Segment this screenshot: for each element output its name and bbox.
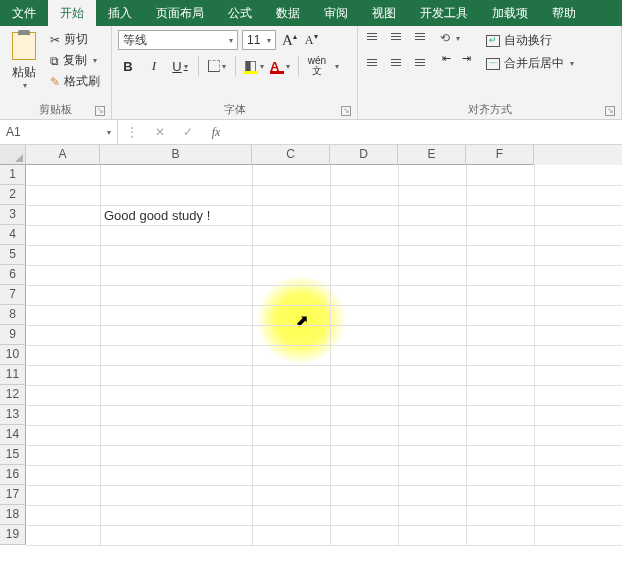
tab-review[interactable]: 审阅 bbox=[312, 0, 360, 26]
font-group-label: 字体 bbox=[224, 103, 246, 115]
col-header-C[interactable]: C bbox=[252, 145, 330, 165]
decrease-font-button[interactable]: A▾ bbox=[303, 32, 320, 48]
name-box[interactable]: A1▾ bbox=[0, 120, 118, 144]
font-color-button[interactable]: A▾ bbox=[270, 56, 290, 76]
fill-color-button[interactable]: ▾ bbox=[244, 56, 264, 76]
decrease-indent-button[interactable]: ⇤ bbox=[436, 48, 456, 68]
row-header-12[interactable]: 12 bbox=[0, 385, 26, 405]
clipboard-group-label: 剪贴板 bbox=[39, 103, 72, 115]
tab-data[interactable]: 数据 bbox=[264, 0, 312, 26]
font-size-select[interactable]: 11▾ bbox=[242, 30, 276, 50]
expand-button[interactable]: ⋮ bbox=[118, 125, 146, 139]
row-header-1[interactable]: 1 bbox=[0, 165, 26, 185]
row-header-10[interactable]: 10 bbox=[0, 345, 26, 365]
col-header-F[interactable]: F bbox=[466, 145, 534, 165]
row-header-8[interactable]: 8 bbox=[0, 305, 26, 325]
row-header-7[interactable]: 7 bbox=[0, 285, 26, 305]
row-header-13[interactable]: 13 bbox=[0, 405, 26, 425]
row-header-2[interactable]: 2 bbox=[0, 185, 26, 205]
copy-icon bbox=[50, 54, 59, 68]
cells-area[interactable]: Good good study ! ⬉ bbox=[26, 165, 622, 545]
align-top-right[interactable] bbox=[408, 30, 428, 50]
paste-button[interactable]: 粘贴 ▾ bbox=[6, 30, 42, 90]
worksheet: ABCDEF 12345678910111213141516171819 Goo… bbox=[0, 145, 622, 545]
align-mid-right[interactable] bbox=[408, 52, 428, 72]
tab-insert[interactable]: 插入 bbox=[96, 0, 144, 26]
increase-indent-button[interactable]: ⇥ bbox=[456, 48, 476, 68]
orientation-button[interactable]: ▾ bbox=[436, 30, 476, 46]
menu-bar: 文件 开始 插入 页面布局 公式 数据 审阅 视图 开发工具 加载项 帮助 bbox=[0, 0, 622, 26]
column-headers: ABCDEF bbox=[0, 145, 622, 165]
col-header-D[interactable]: D bbox=[330, 145, 398, 165]
tab-addin[interactable]: 加载项 bbox=[480, 0, 540, 26]
row-header-6[interactable]: 6 bbox=[0, 265, 26, 285]
row-header-15[interactable]: 15 bbox=[0, 445, 26, 465]
paste-icon bbox=[12, 32, 36, 60]
border-icon bbox=[208, 60, 220, 72]
dialog-launcher-icon[interactable]: ↘ bbox=[95, 106, 105, 116]
phonetic-button[interactable]: wén文 bbox=[307, 56, 327, 76]
border-button[interactable]: ▾ bbox=[207, 56, 227, 76]
scissors-icon bbox=[50, 33, 60, 47]
font-name-select[interactable]: 等线▾ bbox=[118, 30, 238, 50]
col-header-A[interactable]: A bbox=[26, 145, 100, 165]
select-all-corner[interactable] bbox=[0, 145, 26, 165]
col-header-B[interactable]: B bbox=[100, 145, 252, 165]
enter-button[interactable]: ✓ bbox=[174, 125, 202, 139]
format-painter-button[interactable]: 格式刷 bbox=[46, 72, 104, 91]
wrap-text-button[interactable]: 自动换行 bbox=[482, 30, 578, 51]
merge-center-button[interactable]: 合并后居中▾ bbox=[482, 53, 578, 74]
chevron-down-icon: ▾ bbox=[267, 36, 271, 45]
align-top-center[interactable] bbox=[386, 30, 406, 50]
row-header-5[interactable]: 5 bbox=[0, 245, 26, 265]
row-header-18[interactable]: 18 bbox=[0, 505, 26, 525]
font-color-icon: A bbox=[270, 59, 284, 73]
chevron-down-icon: ▾ bbox=[222, 62, 226, 71]
tab-help[interactable]: 帮助 bbox=[540, 0, 588, 26]
cut-button[interactable]: 剪切 bbox=[46, 30, 104, 49]
align-top-left[interactable] bbox=[364, 30, 384, 50]
row-header-9[interactable]: 9 bbox=[0, 325, 26, 345]
row-header-4[interactable]: 4 bbox=[0, 225, 26, 245]
tab-layout[interactable]: 页面布局 bbox=[144, 0, 216, 26]
rotate-icon bbox=[440, 31, 450, 45]
row-header-16[interactable]: 16 bbox=[0, 465, 26, 485]
italic-button[interactable]: I bbox=[144, 56, 164, 76]
dialog-launcher-icon[interactable]: ↘ bbox=[605, 106, 615, 116]
wrap-icon bbox=[486, 35, 500, 47]
chevron-down-icon: ▾ bbox=[456, 34, 460, 43]
underline-button[interactable]: U▾ bbox=[170, 56, 190, 76]
tab-dev[interactable]: 开发工具 bbox=[408, 0, 480, 26]
copy-button[interactable]: 复制▾ bbox=[46, 51, 104, 70]
align-mid-center[interactable] bbox=[386, 52, 406, 72]
paste-label: 粘贴 bbox=[12, 64, 36, 81]
chevron-down-icon: ▾ bbox=[229, 36, 233, 45]
dialog-launcher-icon[interactable]: ↘ bbox=[341, 106, 351, 116]
chevron-down-icon: ▾ bbox=[184, 62, 188, 71]
tab-formula[interactable]: 公式 bbox=[216, 0, 264, 26]
tab-file[interactable]: 文件 bbox=[0, 0, 48, 26]
tab-home[interactable]: 开始 bbox=[48, 0, 96, 26]
chevron-down-icon: ▾ bbox=[260, 62, 264, 71]
col-header-E[interactable]: E bbox=[398, 145, 466, 165]
align-grid bbox=[364, 30, 428, 72]
align-mid-left[interactable] bbox=[364, 52, 384, 72]
increase-font-button[interactable]: A▴ bbox=[280, 32, 299, 49]
formula-input[interactable] bbox=[230, 120, 622, 144]
row-header-19[interactable]: 19 bbox=[0, 525, 26, 545]
fill-icon bbox=[244, 60, 258, 72]
row-header-3[interactable]: 3 bbox=[0, 205, 26, 225]
chevron-down-icon: ▾ bbox=[286, 62, 290, 71]
cancel-button[interactable]: ✕ bbox=[146, 125, 174, 139]
tab-view[interactable]: 视图 bbox=[360, 0, 408, 26]
row-header-14[interactable]: 14 bbox=[0, 425, 26, 445]
row-header-17[interactable]: 17 bbox=[0, 485, 26, 505]
formula-bar: A1▾ ⋮ ✕ ✓ fx bbox=[0, 120, 622, 145]
cursor-highlight bbox=[256, 275, 346, 365]
chevron-down-icon: ▾ bbox=[570, 59, 574, 68]
bold-button[interactable]: B bbox=[118, 56, 138, 76]
chevron-down-icon: ▾ bbox=[23, 81, 27, 90]
row-header-11[interactable]: 11 bbox=[0, 365, 26, 385]
fx-button[interactable]: fx bbox=[202, 125, 230, 140]
merge-icon bbox=[486, 58, 500, 70]
